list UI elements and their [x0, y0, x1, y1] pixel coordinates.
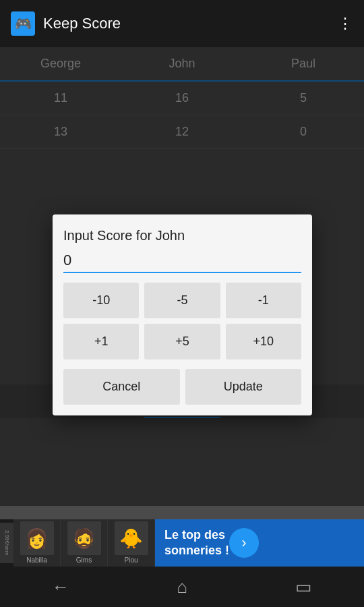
plus-5-button[interactable]: +5 — [144, 324, 220, 359]
recents-icon: ▭ — [295, 577, 312, 598]
score-input-wrapper — [63, 252, 301, 273]
top-bar: 🎮 Keep Score ⋮ — [0, 0, 364, 47]
dialog-actions: Cancel Update — [63, 369, 301, 405]
ad-text-line2: sonneries ! — [164, 544, 229, 557]
score-input-dialog: Input Score for John -10 -5 -1 +1 +5 +10… — [53, 214, 312, 415]
update-button[interactable]: Update — [185, 369, 302, 405]
plus-1-button[interactable]: +1 — [63, 324, 139, 359]
ad-thumb-nabilla-label: Nabilla — [26, 556, 47, 564]
negative-buttons-row: -10 -5 -1 — [63, 283, 301, 318]
overflow-menu-icon[interactable]: ⋮ — [338, 15, 353, 32]
cancel-button[interactable]: Cancel — [63, 369, 180, 405]
ad-info-icon: 2,99€/sem — [0, 523, 13, 563]
ad-thumb-nabilla: 👩 Nabilla — [13, 519, 61, 567]
ad-thumb-piou-label: Piou — [124, 556, 138, 564]
home-icon: ⌂ — [177, 577, 187, 598]
ad-thumb-piou-img: 🐥 — [115, 521, 148, 555]
dialog-title: Input Score for John — [63, 228, 301, 243]
positive-buttons-row: +1 +5 +10 — [63, 324, 301, 359]
ad-thumb-nabilla-img: 👩 — [20, 521, 54, 555]
recents-button[interactable]: ▭ — [286, 570, 320, 604]
navigation-bar: ← ⌂ ▭ — [0, 567, 364, 607]
app-title: Keep Score — [43, 15, 121, 32]
minus-5-button[interactable]: -5 — [144, 283, 220, 318]
ad-thumb-gims-label: Gims — [76, 556, 92, 564]
ad-text-area: Le top des sonneries ! › — [155, 519, 364, 567]
back-button[interactable]: ← — [44, 570, 78, 604]
ad-arrow-icon[interactable]: › — [229, 528, 259, 558]
ad-banner[interactable]: 2,99€/sem 👩 Nabilla 🧔 Gims 🐥 Piou Le top… — [0, 519, 364, 567]
ad-thumb-piou: 🐥 Piou — [108, 519, 155, 567]
app-icon-emoji: 🎮 — [15, 16, 32, 32]
ad-thumb-gims-img: 🧔 — [67, 521, 101, 555]
back-icon: ← — [52, 577, 69, 598]
ad-text-line1: Le top des — [164, 528, 225, 542]
topbar-left: 🎮 Keep Score — [11, 11, 121, 36]
minus-1-button[interactable]: -1 — [226, 283, 301, 318]
quick-buttons: -10 -5 -1 +1 +5 +10 — [63, 283, 301, 359]
score-input[interactable] — [63, 252, 301, 269]
minus-10-button[interactable]: -10 — [63, 283, 139, 318]
plus-10-button[interactable]: +10 — [226, 324, 301, 359]
ad-price-text: 2,99€/sem — [4, 530, 10, 555]
app-icon: 🎮 — [11, 11, 35, 36]
main-content: George John Paul 11 16 5 13 12 0 Input S… — [0, 47, 364, 506]
ad-text: Le top des sonneries ! — [164, 527, 229, 559]
home-button[interactable]: ⌂ — [165, 570, 199, 604]
ad-thumb-gims: 🧔 Gims — [61, 519, 108, 567]
